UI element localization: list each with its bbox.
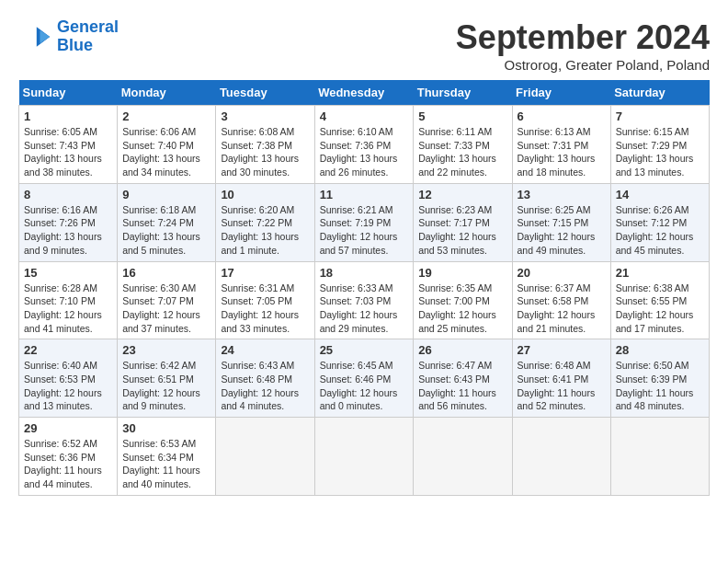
day-number: 12 bbox=[418, 188, 506, 201]
day-info: Sunrise: 6:20 AMSunset: 7:22 PMDaylight:… bbox=[221, 203, 309, 258]
day-number: 14 bbox=[616, 188, 704, 201]
day-number: 25 bbox=[320, 343, 409, 357]
day-info: Sunrise: 6:10 AMSunset: 7:36 PMDaylight:… bbox=[320, 125, 409, 179]
calendar-week-2: 8Sunrise: 6:16 AMSunset: 7:26 PMDaylight… bbox=[19, 183, 710, 261]
calendar-week-4: 22Sunrise: 6:40 AMSunset: 6:53 PMDayligh… bbox=[19, 339, 710, 418]
day-cell-27: 27Sunrise: 6:48 AMSunset: 6:41 PMDayligh… bbox=[512, 339, 610, 418]
day-number: 10 bbox=[221, 188, 309, 201]
day-cell-29: 29Sunrise: 6:52 AMSunset: 6:36 PMDayligh… bbox=[19, 418, 118, 496]
day-cell-20: 20Sunrise: 6:37 AMSunset: 6:58 PMDayligh… bbox=[512, 261, 610, 339]
day-cell-21: 21Sunrise: 6:38 AMSunset: 6:55 PMDayligh… bbox=[610, 261, 709, 339]
day-info: Sunrise: 6:38 AMSunset: 6:55 PMDaylight:… bbox=[616, 282, 704, 336]
day-number: 22 bbox=[24, 343, 112, 357]
day-cell-5: 5Sunrise: 6:11 AMSunset: 7:33 PMDaylight… bbox=[414, 106, 512, 184]
day-number: 15 bbox=[24, 266, 112, 280]
day-info: Sunrise: 6:43 AMSunset: 6:48 PMDaylight:… bbox=[221, 359, 309, 413]
day-info: Sunrise: 6:33 AMSunset: 7:03 PMDaylight:… bbox=[320, 282, 409, 336]
empty-day-cell bbox=[512, 418, 610, 496]
day-number: 17 bbox=[221, 266, 309, 280]
day-cell-17: 17Sunrise: 6:31 AMSunset: 7:05 PMDayligh… bbox=[216, 261, 314, 339]
logo-blue: Blue bbox=[57, 36, 93, 54]
day-info: Sunrise: 6:50 AMSunset: 6:39 PMDaylight:… bbox=[616, 359, 704, 413]
empty-day-cell bbox=[610, 418, 709, 496]
day-cell-3: 3Sunrise: 6:08 AMSunset: 7:38 PMDaylight… bbox=[216, 106, 314, 184]
page-header: General Blue September 2024 Ostrorog, Gr… bbox=[18, 18, 710, 73]
day-info: Sunrise: 6:48 AMSunset: 6:41 PMDaylight:… bbox=[518, 359, 606, 413]
day-info: Sunrise: 6:42 AMSunset: 6:51 PMDaylight:… bbox=[122, 359, 210, 413]
day-number: 6 bbox=[518, 109, 606, 123]
day-cell-10: 10Sunrise: 6:20 AMSunset: 7:22 PMDayligh… bbox=[216, 183, 314, 261]
day-cell-7: 7Sunrise: 6:15 AMSunset: 7:29 PMDaylight… bbox=[610, 106, 709, 184]
day-info: Sunrise: 6:30 AMSunset: 7:07 PMDaylight:… bbox=[122, 282, 210, 336]
day-number: 5 bbox=[418, 109, 506, 123]
day-info: Sunrise: 6:13 AMSunset: 7:31 PMDaylight:… bbox=[518, 125, 606, 179]
day-cell-23: 23Sunrise: 6:42 AMSunset: 6:51 PMDayligh… bbox=[118, 339, 216, 418]
day-info: Sunrise: 6:23 AMSunset: 7:17 PMDaylight:… bbox=[418, 203, 506, 258]
calendar-table: SundayMondayTuesdayWednesdayThursdayFrid… bbox=[18, 80, 710, 496]
day-number: 29 bbox=[24, 421, 112, 435]
day-number: 8 bbox=[24, 188, 112, 201]
day-info: Sunrise: 6:26 AMSunset: 7:12 PMDaylight:… bbox=[616, 203, 704, 258]
day-info: Sunrise: 6:47 AMSunset: 6:43 PMDaylight:… bbox=[418, 359, 506, 413]
day-info: Sunrise: 6:15 AMSunset: 7:29 PMDaylight:… bbox=[616, 125, 704, 179]
day-info: Sunrise: 6:06 AMSunset: 7:40 PMDaylight:… bbox=[122, 125, 210, 179]
day-number: 7 bbox=[616, 109, 704, 123]
day-cell-30: 30Sunrise: 6:53 AMSunset: 6:34 PMDayligh… bbox=[118, 418, 216, 496]
day-cell-8: 8Sunrise: 6:16 AMSunset: 7:26 PMDaylight… bbox=[19, 183, 118, 261]
day-info: Sunrise: 6:05 AMSunset: 7:43 PMDaylight:… bbox=[24, 125, 112, 179]
day-number: 27 bbox=[518, 343, 606, 357]
day-cell-13: 13Sunrise: 6:25 AMSunset: 7:15 PMDayligh… bbox=[512, 183, 610, 261]
day-number: 16 bbox=[122, 266, 210, 280]
day-cell-24: 24Sunrise: 6:43 AMSunset: 6:48 PMDayligh… bbox=[216, 339, 314, 418]
day-cell-28: 28Sunrise: 6:50 AMSunset: 6:39 PMDayligh… bbox=[610, 339, 709, 418]
day-number: 23 bbox=[122, 343, 210, 357]
day-info: Sunrise: 6:52 AMSunset: 6:36 PMDaylight:… bbox=[24, 437, 112, 491]
weekday-header-friday: Friday bbox=[512, 80, 610, 106]
empty-day-cell bbox=[414, 418, 512, 496]
day-cell-22: 22Sunrise: 6:40 AMSunset: 6:53 PMDayligh… bbox=[19, 339, 118, 418]
day-number: 18 bbox=[320, 266, 409, 280]
day-cell-12: 12Sunrise: 6:23 AMSunset: 7:17 PMDayligh… bbox=[414, 183, 512, 261]
calendar-week-1: 1Sunrise: 6:05 AMSunset: 7:43 PMDaylight… bbox=[19, 106, 710, 184]
day-cell-15: 15Sunrise: 6:28 AMSunset: 7:10 PMDayligh… bbox=[19, 261, 118, 339]
day-info: Sunrise: 6:31 AMSunset: 7:05 PMDaylight:… bbox=[221, 282, 309, 336]
weekday-header-row: SundayMondayTuesdayWednesdayThursdayFrid… bbox=[19, 80, 710, 106]
day-info: Sunrise: 6:53 AMSunset: 6:34 PMDaylight:… bbox=[122, 437, 210, 491]
day-cell-19: 19Sunrise: 6:35 AMSunset: 7:00 PMDayligh… bbox=[414, 261, 512, 339]
day-info: Sunrise: 6:35 AMSunset: 7:00 PMDaylight:… bbox=[418, 282, 506, 336]
calendar-week-5: 29Sunrise: 6:52 AMSunset: 6:36 PMDayligh… bbox=[19, 418, 710, 496]
weekday-header-tuesday: Tuesday bbox=[216, 80, 314, 106]
day-info: Sunrise: 6:08 AMSunset: 7:38 PMDaylight:… bbox=[221, 125, 309, 179]
day-number: 4 bbox=[320, 109, 409, 123]
weekday-header-monday: Monday bbox=[118, 80, 216, 106]
day-number: 21 bbox=[616, 266, 704, 280]
day-info: Sunrise: 6:18 AMSunset: 7:24 PMDaylight:… bbox=[122, 203, 210, 258]
day-number: 2 bbox=[122, 109, 210, 123]
day-info: Sunrise: 6:37 AMSunset: 6:58 PMDaylight:… bbox=[518, 282, 606, 336]
day-cell-4: 4Sunrise: 6:10 AMSunset: 7:36 PMDaylight… bbox=[314, 106, 414, 184]
weekday-header-thursday: Thursday bbox=[414, 80, 512, 106]
title-area: September 2024 Ostrorog, Greater Poland,… bbox=[456, 18, 710, 73]
day-cell-2: 2Sunrise: 6:06 AMSunset: 7:40 PMDaylight… bbox=[118, 106, 216, 184]
day-cell-14: 14Sunrise: 6:26 AMSunset: 7:12 PMDayligh… bbox=[610, 183, 709, 261]
day-number: 26 bbox=[418, 343, 506, 357]
day-cell-11: 11Sunrise: 6:21 AMSunset: 7:19 PMDayligh… bbox=[314, 183, 414, 261]
day-cell-6: 6Sunrise: 6:13 AMSunset: 7:31 PMDaylight… bbox=[512, 106, 610, 184]
calendar-week-3: 15Sunrise: 6:28 AMSunset: 7:10 PMDayligh… bbox=[19, 261, 710, 339]
empty-day-cell bbox=[216, 418, 314, 496]
location: Ostrorog, Greater Poland, Poland bbox=[456, 57, 710, 73]
day-number: 1 bbox=[24, 109, 112, 123]
day-number: 9 bbox=[122, 188, 210, 201]
day-info: Sunrise: 6:45 AMSunset: 6:46 PMDaylight:… bbox=[320, 359, 409, 413]
day-number: 28 bbox=[616, 343, 704, 357]
weekday-header-wednesday: Wednesday bbox=[314, 80, 414, 106]
day-info: Sunrise: 6:11 AMSunset: 7:33 PMDaylight:… bbox=[418, 125, 506, 179]
weekday-header-saturday: Saturday bbox=[610, 80, 709, 106]
day-number: 30 bbox=[122, 421, 210, 435]
day-cell-18: 18Sunrise: 6:33 AMSunset: 7:03 PMDayligh… bbox=[314, 261, 414, 339]
month-title: September 2024 bbox=[456, 18, 710, 57]
day-cell-25: 25Sunrise: 6:45 AMSunset: 6:46 PMDayligh… bbox=[314, 339, 414, 418]
day-number: 20 bbox=[518, 266, 606, 280]
day-cell-16: 16Sunrise: 6:30 AMSunset: 7:07 PMDayligh… bbox=[118, 261, 216, 339]
day-cell-26: 26Sunrise: 6:47 AMSunset: 6:43 PMDayligh… bbox=[414, 339, 512, 418]
